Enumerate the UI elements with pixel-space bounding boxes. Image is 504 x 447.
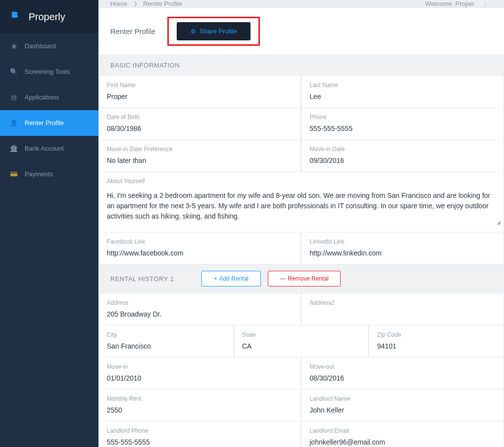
breadcrumb: Home ❯ Renter Profile — [110, 0, 182, 7]
first-name-field[interactable]: First Name Proper — [98, 76, 301, 108]
address2-field[interactable]: Address2 — [301, 293, 504, 325]
plus-icon: + — [214, 275, 217, 282]
sidebar-item-renter-profile[interactable]: 👤 Renter Profile — [0, 110, 98, 136]
svg-point-0 — [17, 12, 22, 17]
bank-icon: 🏦 — [10, 145, 18, 152]
landlord-name-field[interactable]: Landlord Name John Keller — [301, 389, 504, 421]
movein-date-field[interactable]: Move-in Date 09/30/2016 — [301, 140, 504, 172]
about-field[interactable]: About Yourself Hi, I'm seeking a 2 bedro… — [98, 172, 504, 232]
dob-field[interactable]: Date of Birth 08/30/1986 — [98, 108, 301, 140]
card-icon: 💳 — [10, 170, 18, 178]
share-icon: ⚙ — [190, 28, 196, 35]
sidebar-item-label: Renter Profile — [25, 119, 63, 127]
sidebar-item-label: Payments — [25, 170, 53, 178]
page-title: Renter Profile — [110, 27, 156, 35]
add-rental-button[interactable]: + Add Rental — [201, 271, 260, 287]
breadcrumb-home[interactable]: Home — [110, 0, 127, 7]
main-content: Home ❯ Renter Profile Welcome, Proper ⌄ … — [98, 0, 504, 447]
sidebar-item-screening[interactable]: 🔍 Screening Tools — [0, 59, 98, 85]
landlord-phone-field[interactable]: Landlord Phone 555-555-5555 — [98, 421, 301, 447]
logo[interactable]: Properly — [0, 0, 98, 33]
chevron-right-icon: ❯ — [133, 1, 137, 6]
address-field[interactable]: Address 205 Broadway Dr. — [98, 293, 301, 325]
facebook-field[interactable]: Facebook Link http://www.facebook.com — [98, 232, 301, 264]
sidebar-item-applications[interactable]: ▤ Applications — [0, 85, 98, 110]
brand-text: Properly — [29, 11, 65, 23]
chevron-down-icon: ⌄ — [483, 1, 487, 6]
dashboard-icon: ◉ — [10, 42, 18, 50]
sidebar-item-bank[interactable]: 🏦 Bank Account — [0, 136, 98, 161]
welcome-text: Welcome, Proper — [425, 0, 474, 7]
minus-icon: — — [280, 275, 286, 282]
city-field[interactable]: City San Francisco — [98, 325, 234, 357]
remove-rental-button[interactable]: — Remove Rental — [268, 271, 341, 287]
landlord-email-field[interactable]: Landlord Email johnkeller96@email.com — [301, 421, 504, 447]
sidebar: Properly ◉ Dashboard 🔍 Screening Tools ▤… — [0, 0, 98, 447]
breadcrumb-current: Renter Profile — [143, 0, 182, 7]
user-icon: 👤 — [10, 119, 18, 127]
section-basic-info: BASIC INFORMATION — [98, 55, 504, 76]
sidebar-item-label: Dashboard — [25, 42, 56, 50]
subheader: Renter Profile ⚙ Share Profile — [98, 8, 504, 55]
moveout-field[interactable]: Move-out 08/30/2016 — [301, 357, 504, 389]
phone-field[interactable]: Phone 555-555-5555 — [301, 108, 504, 140]
sidebar-item-label: Applications — [25, 94, 59, 101]
logo-icon — [10, 10, 24, 24]
movein-field[interactable]: Move-in 01/01/2010 — [98, 357, 301, 389]
document-icon: ▤ — [10, 94, 18, 101]
topbar: Home ❯ Renter Profile Welcome, Proper ⌄ — [98, 0, 504, 8]
state-field[interactable]: State CA — [234, 325, 369, 357]
section-rental-history: RENTAL HISTORY 1 + Add Rental — Remove R… — [98, 264, 504, 293]
zip-field[interactable]: Zip Code 94101 — [369, 325, 504, 357]
last-name-field[interactable]: Last Name Lee — [301, 76, 504, 108]
share-profile-button[interactable]: ⚙ Share Profile — [177, 22, 251, 40]
rent-field[interactable]: Monthly Rent 2550 — [98, 389, 301, 421]
movein-pref-field[interactable]: Move-in Date Preference No later than — [98, 140, 301, 172]
nav-list: ◉ Dashboard 🔍 Screening Tools ▤ Applicat… — [0, 33, 98, 187]
sidebar-item-label: Bank Account — [25, 145, 64, 152]
sidebar-item-payments[interactable]: 💳 Payments — [0, 161, 98, 187]
linkedin-field[interactable]: LinkedIn Link http://www.linkedin.com — [301, 232, 504, 264]
search-icon: 🔍 — [10, 68, 18, 75]
sidebar-item-label: Screening Tools — [25, 68, 70, 75]
user-menu[interactable]: Welcome, Proper ⌄ — [413, 0, 492, 7]
highlight-annotation: ⚙ Share Profile — [167, 17, 260, 46]
sidebar-item-dashboard[interactable]: ◉ Dashboard — [0, 33, 98, 59]
